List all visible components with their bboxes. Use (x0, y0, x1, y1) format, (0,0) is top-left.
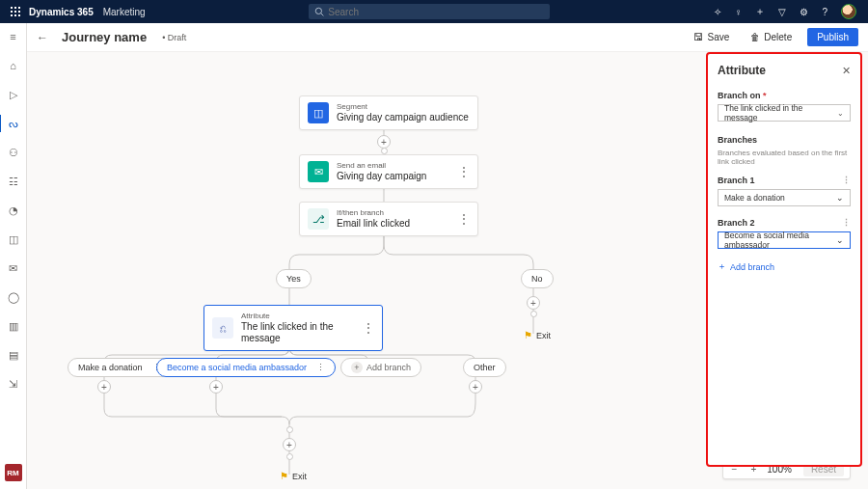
branch1-label: Branch 1 (718, 176, 755, 185)
svg-rect-0 (11, 7, 13, 9)
node-more-icon[interactable]: ⋮ (452, 165, 470, 178)
svg-rect-4 (14, 11, 16, 13)
form-icon[interactable]: ☷ (6, 174, 21, 189)
branch-option-ambassador[interactable]: Become a social media ambassador⋮ (156, 358, 336, 377)
branch-other: Other (463, 358, 506, 377)
svg-rect-1 (14, 7, 16, 9)
branch-on-select[interactable]: The link clicked in the message⌄ (718, 104, 851, 122)
clock-icon[interactable]: ◔ (6, 203, 21, 218)
connector-dot (381, 148, 388, 154)
chevron-down-icon: ⌄ (836, 235, 844, 245)
mail-icon[interactable]: ✉ (6, 260, 21, 276)
node-title: Giving day campaign audience (337, 112, 469, 123)
pill-more-icon[interactable]: ⋮ (316, 363, 325, 372)
svg-rect-8 (18, 14, 20, 16)
status-badge: • Draft (162, 33, 186, 42)
attribute-icon: ⎌ (212, 317, 233, 339)
plus-icon: + (351, 362, 363, 373)
play-icon[interactable]: ▷ (6, 87, 21, 102)
publish-button[interactable]: Publish (807, 28, 858, 46)
svg-rect-6 (11, 14, 13, 16)
global-search[interactable] (309, 4, 550, 19)
branch-on-label: Branch on * (718, 91, 851, 100)
connector-dot (286, 426, 293, 433)
node-more-icon[interactable]: ⋮ (452, 212, 470, 226)
branch1-select[interactable]: Make a donation⌄ (718, 189, 851, 206)
add-step-button[interactable]: + (97, 380, 111, 394)
assistant-icon[interactable]: ✧ (714, 7, 721, 17)
page-title: Journey name (62, 30, 147, 44)
filter-icon[interactable]: ▽ (778, 7, 786, 17)
save-button[interactable]: 🖫Save (688, 29, 735, 45)
svg-rect-2 (18, 7, 20, 9)
flag-icon: ⚑ (280, 471, 288, 481)
svg-line-10 (321, 14, 324, 16)
back-button[interactable]: ← (37, 31, 48, 44)
asset-icon[interactable]: ▤ (6, 347, 21, 363)
node-type: Send an email (337, 161, 426, 171)
branches-label: Branches (718, 135, 851, 145)
panel-title: Attribute (718, 64, 766, 77)
expand-icon[interactable]: ⇲ (6, 376, 21, 392)
node-send-email[interactable]: ✉ Send an emailGiving day campaign ⋮ (299, 154, 478, 189)
node-more-icon[interactable]: ⋮ (357, 321, 374, 335)
svg-point-9 (316, 8, 322, 14)
branch2-select[interactable]: Become a social media ambassador⌄ (718, 231, 851, 249)
branch-yes: Yes (276, 269, 312, 288)
segment-icon: ◫ (308, 102, 329, 123)
add-step-button[interactable]: + (377, 135, 391, 149)
module-name: Marketing (103, 7, 146, 17)
library-icon[interactable]: ▥ (6, 318, 21, 334)
add-step-button[interactable]: + (209, 380, 223, 394)
exit-marker: ⚑Exit (524, 330, 551, 340)
settings-icon[interactable]: ⚙ (800, 7, 808, 17)
search-input[interactable] (328, 7, 544, 17)
connector-dot (530, 311, 537, 317)
plus-icon: ＋ (718, 260, 726, 273)
menu-icon[interactable]: ≡ (6, 29, 21, 44)
user-avatar[interactable] (841, 4, 856, 19)
attribute-panel: Attribute ✕ Branch on * The link clicked… (706, 52, 862, 467)
node-type: If/then branch (337, 208, 410, 218)
delete-button[interactable]: 🗑Delete (745, 29, 798, 45)
node-if-then[interactable]: ⎇ If/then branchEmail link clicked ⋮ (299, 202, 478, 236)
help-icon[interactable]: ? (822, 7, 827, 17)
branches-hint: Branches evaluated based on the first li… (718, 149, 851, 166)
chevron-down-icon: ⌄ (836, 193, 844, 203)
add-step-button[interactable]: + (527, 296, 540, 310)
journey-icon[interactable]: ᔓ (6, 116, 21, 131)
add-branch-link[interactable]: ＋Add branch (718, 260, 851, 273)
left-nav: ≡ ⌂ ▷ ᔓ ⚇ ☷ ◔ ◫ ✉ ◯ ▥ ▤ ⇲ RM (0, 23, 27, 489)
add-icon[interactable]: ＋ (755, 5, 765, 18)
persona-badge[interactable]: RM (5, 464, 22, 481)
insights-icon[interactable]: ◫ (6, 231, 21, 247)
close-icon[interactable]: ✕ (842, 65, 851, 77)
node-title: Giving day campaign (337, 171, 426, 182)
link-icon[interactable]: ◯ (6, 289, 21, 305)
add-step-button[interactable]: + (283, 438, 296, 451)
svg-rect-3 (11, 11, 13, 13)
connector-dot (286, 453, 293, 460)
add-step-button[interactable]: + (469, 380, 482, 394)
node-segment[interactable]: ◫ SegmentGiving day campaign audience (299, 95, 478, 130)
branch2-more-icon[interactable]: ⋮ (842, 218, 851, 228)
node-attribute[interactable]: ⎌ AttributeThe link clicked in the messa… (203, 305, 383, 351)
node-type: Segment (337, 102, 469, 112)
bulb-icon[interactable]: ♀ (735, 7, 743, 17)
svg-rect-5 (18, 11, 20, 13)
home-icon[interactable]: ⌂ (6, 58, 21, 73)
flag-icon: ⚑ (524, 330, 532, 340)
email-icon: ✉ (308, 161, 329, 182)
node-title: The link clicked in the message (241, 321, 349, 344)
delete-icon: 🗑 (750, 32, 760, 42)
chevron-down-icon: ⌄ (837, 109, 844, 118)
exit-marker: ⚑Exit (280, 471, 307, 481)
add-branch-pill[interactable]: +Add branch (340, 358, 421, 377)
node-title: Email link clicked (337, 218, 410, 230)
app-name: Dynamics 365 (29, 7, 94, 17)
svg-rect-7 (14, 14, 16, 16)
branch1-more-icon[interactable]: ⋮ (842, 176, 851, 185)
waffle-icon[interactable] (6, 7, 25, 16)
command-bar: ← Journey name • Draft 🖫Save 🗑Delete Pub… (27, 23, 868, 52)
people-icon[interactable]: ⚇ (6, 145, 21, 160)
